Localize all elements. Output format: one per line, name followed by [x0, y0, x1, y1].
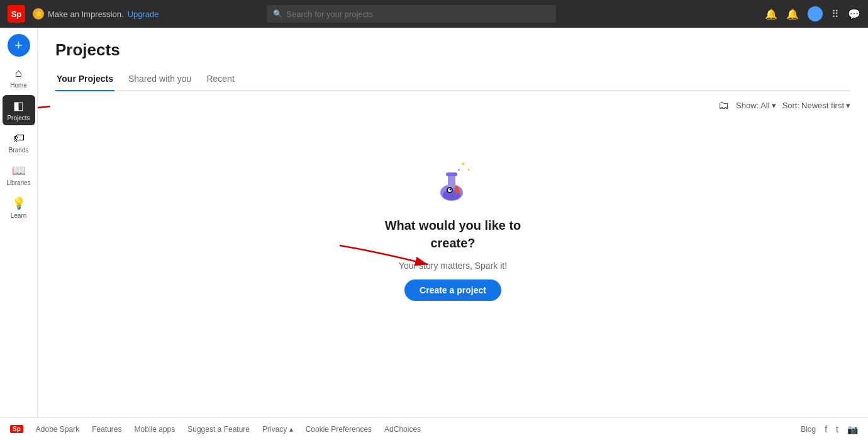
brands-icon: 🏷: [13, 132, 25, 145]
svg-point-10: [450, 189, 452, 191]
promo-text: Make an Impression.: [48, 9, 124, 19]
footer-logo: Sp: [10, 425, 23, 433]
svg-text:✦: ✦: [457, 168, 460, 172]
folder-view-button[interactable]: 🗂: [718, 99, 730, 112]
show-label: Show:: [736, 101, 759, 110]
svg-text:✦: ✦: [467, 167, 470, 172]
sort-chevron-icon: ▾: [846, 101, 850, 110]
footer-link-cookies[interactable]: Cookie Preferences: [306, 425, 372, 434]
footer-blog-link[interactable]: Blog: [801, 425, 816, 434]
help-icon[interactable]: 💬: [848, 8, 860, 20]
learn-icon: 💡: [12, 196, 26, 210]
sort-value: Newest first: [801, 101, 844, 110]
show-chevron-icon: ▾: [772, 101, 776, 110]
topnav-right: 🔔 🔔 ⠿ 💬: [765, 6, 860, 21]
sort-filter[interactable]: Sort: Newest first ▾: [782, 101, 850, 110]
footer-link-adobe-spark[interactable]: Adobe Spark: [36, 425, 79, 434]
sidebar-item-learn[interactable]: 💡 Learn: [3, 193, 35, 223]
create-fab-button[interactable]: +: [8, 34, 30, 57]
upgrade-link[interactable]: Upgrade: [128, 9, 159, 19]
libraries-icon: 📖: [12, 164, 26, 178]
footer-instagram-icon[interactable]: 📷: [847, 424, 858, 434]
empty-illustration: ✦ ✦ ✦: [428, 157, 478, 208]
show-value: All: [760, 101, 769, 110]
sidebar-item-brands[interactable]: 🏷 Brands: [3, 128, 35, 157]
alert-icon[interactable]: 🔔: [786, 8, 799, 20]
tabs-bar: Your Projects Shared with you Recent: [55, 70, 850, 91]
sidebar: + ⌂ Home ◧ Projects 🏷 Brands 📖 Libraries…: [0, 28, 38, 417]
tab-your-projects[interactable]: Your Projects: [55, 70, 114, 91]
footer-link-mobile-apps[interactable]: Mobile apps: [135, 425, 175, 434]
search-bar: 🔍: [267, 5, 556, 23]
promo-badge-icon: ⭐: [33, 8, 44, 20]
footer: Sp Adobe Spark Features Mobile apps Sugg…: [0, 417, 868, 440]
footer-facebook-icon[interactable]: f: [825, 424, 827, 434]
adobe-logo: Sp: [8, 5, 25, 23]
footer-twitter-icon[interactable]: t: [836, 424, 838, 434]
notifications-bell-icon[interactable]: 🔔: [765, 8, 777, 20]
tab-recent[interactable]: Recent: [205, 70, 235, 91]
search-input[interactable]: [286, 9, 550, 19]
create-project-button[interactable]: Create a project: [404, 279, 501, 301]
main-content: Projects Your Projects Shared with you R…: [38, 28, 868, 417]
footer-link-features[interactable]: Features: [92, 425, 121, 434]
search-icon: 🔍: [273, 9, 282, 18]
toolbar-row: 🗂 Show: All ▾ Sort: Newest first ▾: [55, 91, 850, 120]
show-filter[interactable]: Show: All ▾: [736, 101, 776, 110]
top-navigation: Sp ⭐ Make an Impression. Upgrade 🔍 🔔 🔔 ⠿…: [0, 0, 868, 28]
footer-social: Blog f t 📷: [801, 424, 858, 434]
home-icon: ⌂: [15, 67, 22, 80]
empty-state-subtitle: Your story matters, Spark it!: [399, 261, 507, 271]
sidebar-item-home[interactable]: ⌂ Home: [3, 63, 35, 93]
apps-grid-icon[interactable]: ⠿: [832, 8, 839, 20]
page-title: Projects: [55, 40, 850, 60]
footer-link-adchoices[interactable]: AdChoices: [384, 425, 421, 434]
empty-state: ✦ ✦ ✦: [55, 157, 850, 301]
svg-text:✦: ✦: [460, 161, 465, 167]
footer-link-privacy[interactable]: Privacy ▴: [262, 425, 293, 434]
empty-state-title: What would you like tocreate?: [385, 217, 521, 252]
sidebar-item-libraries[interactable]: 📖 Libraries: [3, 160, 35, 190]
svg-rect-7: [446, 172, 457, 176]
avatar[interactable]: [808, 6, 823, 21]
sort-label: Sort:: [782, 101, 799, 110]
sidebar-item-projects[interactable]: ◧ Projects: [3, 95, 35, 125]
tab-shared-with-you[interactable]: Shared with you: [127, 70, 192, 91]
promo-banner: ⭐ Make an Impression. Upgrade: [33, 8, 159, 20]
footer-link-suggest[interactable]: Suggest a Feature: [187, 425, 250, 434]
svg-rect-6: [448, 175, 455, 188]
projects-icon: ◧: [13, 99, 24, 113]
